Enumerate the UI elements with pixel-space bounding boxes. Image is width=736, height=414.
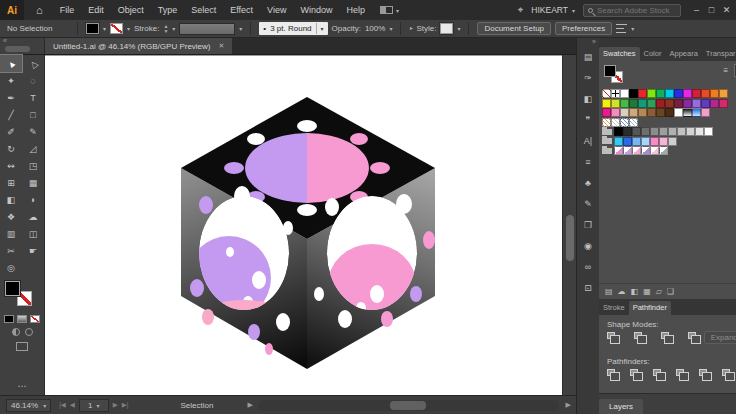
first-artboard-button[interactable]: |◀ (59, 401, 66, 409)
comments-icon[interactable]: ❞ (577, 109, 599, 130)
tab-color[interactable]: Color (640, 47, 666, 61)
tab-transpar[interactable]: Transpar (702, 47, 736, 61)
menu-file[interactable]: File (53, 5, 82, 15)
swatch[interactable] (638, 99, 647, 108)
list-view-button[interactable]: ≡ (719, 65, 732, 76)
vertical-scrollbar-thumb[interactable] (566, 215, 574, 261)
swatch[interactable] (650, 137, 659, 146)
next-artboard-button[interactable]: ▶ (113, 401, 118, 409)
scale-tool[interactable]: ◿ (22, 140, 44, 157)
edit-toolbar-icon[interactable]: ⋯ (18, 381, 27, 391)
divide-button[interactable] (607, 369, 621, 383)
location-pin-icon[interactable]: ⌖ (518, 4, 524, 16)
tab-pathfinder[interactable]: Pathfinder (629, 301, 671, 315)
swatch[interactable] (695, 127, 704, 136)
arrange-documents-button[interactable]: ▾ (380, 6, 399, 14)
width-profile-dropdown[interactable] (179, 23, 235, 35)
chevron-down-icon[interactable]: ▾ (389, 25, 392, 32)
outline-button[interactable] (699, 369, 713, 383)
swatch[interactable] (701, 89, 710, 98)
swatch[interactable] (629, 108, 638, 117)
swatch[interactable] (710, 99, 719, 108)
vertical-scrollbar[interactable] (562, 55, 576, 395)
glyphs-icon[interactable]: ✎ (577, 193, 599, 214)
swatch[interactable] (719, 89, 728, 98)
swatch[interactable] (602, 89, 611, 98)
expand-panels-icon[interactable]: » (592, 38, 599, 46)
status-menu-arrow-icon[interactable]: ▶ (247, 401, 252, 409)
swatch[interactable] (602, 99, 611, 108)
swatch[interactable] (620, 99, 629, 108)
lasso-tool[interactable]: ◌ (22, 72, 44, 89)
document-setup-button[interactable]: Document Setup (477, 22, 551, 35)
color-group-folder-icon[interactable] (602, 138, 612, 144)
swatch[interactable] (683, 99, 692, 108)
fill-color-swatch[interactable] (86, 23, 99, 34)
document-tab[interactable]: Untitled-1.ai @ 46.14% (RGB/GPU Preview)… (45, 38, 232, 54)
swatch[interactable] (647, 89, 656, 98)
swatch[interactable] (674, 108, 683, 117)
scroll-right-icon[interactable]: ▶ (566, 401, 571, 409)
close-tab-icon[interactable]: ✕ (219, 42, 225, 50)
symbol-sprayer-tool[interactable]: ☁ (22, 208, 44, 225)
menu-view[interactable]: View (260, 5, 293, 15)
navigator-icon[interactable]: ◉ (577, 235, 599, 256)
swatch[interactable] (641, 137, 650, 146)
perspective-grid-tool[interactable]: ⊞ (0, 174, 22, 191)
swatch[interactable] (659, 137, 668, 146)
intersect-button[interactable] (661, 332, 675, 346)
swatch[interactable] (611, 108, 620, 117)
swatch[interactable] (701, 108, 710, 117)
swatch[interactable] (710, 89, 719, 98)
swatch[interactable] (692, 89, 701, 98)
cc-libraries-button[interactable]: ☁ (618, 287, 626, 296)
swatch[interactable] (611, 89, 620, 98)
appearance-icon[interactable]: ❐ (577, 214, 599, 235)
swatch[interactable] (620, 118, 629, 127)
minus-back-button[interactable] (722, 369, 736, 383)
swatch[interactable] (647, 108, 656, 117)
swatch[interactable] (611, 99, 620, 108)
menu-window[interactable]: Window (293, 5, 339, 15)
exclude-button[interactable] (688, 332, 702, 346)
swatch[interactable] (611, 118, 620, 127)
horizontal-scrollbar[interactable] (258, 400, 559, 411)
swatch[interactable] (692, 99, 701, 108)
swatch[interactable] (629, 118, 638, 127)
color-themes-icon[interactable]: ▤ (577, 46, 599, 67)
menu-effect[interactable]: Effect (223, 5, 260, 15)
character-icon[interactable]: A| (577, 130, 599, 151)
chevron-down-icon[interactable]: ▾ (457, 25, 460, 32)
home-icon[interactable]: ⌂ (36, 4, 43, 16)
swatch[interactable] (674, 99, 683, 108)
swatch[interactable] (632, 127, 641, 136)
swatch[interactable] (692, 108, 701, 117)
menu-type[interactable]: Type (151, 5, 185, 15)
last-artboard-button[interactable]: ▶| (122, 401, 129, 409)
artboard[interactable] (45, 55, 562, 395)
close-button[interactable]: ✕ (719, 5, 734, 15)
chevron-down-icon[interactable]: ▾ (127, 25, 130, 32)
chevron-down-icon[interactable]: ▾ (103, 25, 106, 32)
draw-behind-button[interactable] (25, 328, 33, 336)
swatch[interactable] (620, 89, 629, 98)
paintbrush-tool[interactable]: ✐ (0, 123, 22, 140)
swatch[interactable] (629, 99, 638, 108)
brushes-icon[interactable]: ✑ (577, 67, 599, 88)
swatch[interactable] (656, 99, 665, 108)
type-tool[interactable]: T (22, 89, 44, 106)
slice-tool[interactable]: ✂ (0, 242, 22, 259)
magic-wand-tool[interactable]: ✦ (0, 72, 22, 89)
menu-edit[interactable]: Edit (81, 5, 111, 15)
zoom-tool[interactable]: ◎ (0, 259, 22, 276)
swatch[interactable] (647, 99, 656, 108)
swatch[interactable] (686, 127, 695, 136)
hand-tool[interactable]: ☛ (22, 242, 44, 259)
chevron-down-icon[interactable]: ▾ (172, 25, 175, 32)
column-graph-tool[interactable]: ▥ (0, 225, 22, 242)
swatch[interactable] (665, 99, 674, 108)
brush-definition-dropdown[interactable]: • 3 pt. Round ▾ (259, 22, 327, 35)
expand-button[interactable]: Expand (704, 331, 736, 344)
gradient-tool[interactable]: ◧ (0, 191, 22, 208)
swatch-options-button[interactable]: ▦ (643, 287, 651, 296)
